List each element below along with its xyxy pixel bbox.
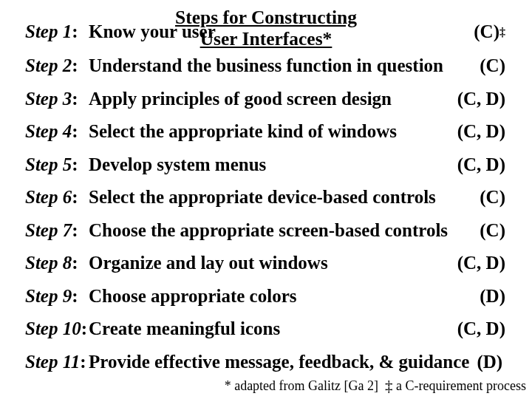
step-number: Step 10: xyxy=(25,319,89,338)
steps-list: Step 1: Know your user (C)‡ Step 2: Unde… xyxy=(25,22,525,385)
footnote-star: * adapted from Galitz [Ga 2] xyxy=(225,378,378,393)
step-number: Step 3: xyxy=(25,89,89,108)
slide: Steps for Constructing User Interfaces* … xyxy=(0,0,532,399)
step-row: Step 3: Apply principles of good screen … xyxy=(25,89,525,108)
step-number: Step 1: xyxy=(25,22,89,41)
step-row: Step 8: Organize and lay out windows (C,… xyxy=(25,253,525,272)
footnote-dagger-text: a C-requirement process xyxy=(393,378,526,393)
step-tag: (C)‡ xyxy=(474,22,525,41)
step-number: Step 11: xyxy=(25,352,89,371)
step-tag: (C, D) xyxy=(457,89,525,108)
step-number: Step 7: xyxy=(25,221,89,239)
step-row: Step 9: Choose appropriate colors (D) xyxy=(25,287,525,305)
step-text: Choose appropriate colors xyxy=(89,287,301,305)
step-row: Step 2: Understand the business function… xyxy=(25,56,525,75)
step-text: Understand the business function in ques… xyxy=(89,56,448,75)
step-text: Create meaningful icons xyxy=(89,319,284,338)
step-text: Apply principles of good screen design xyxy=(89,89,396,108)
step-text: Organize and lay out windows xyxy=(89,253,332,272)
step-text: Know your user xyxy=(89,22,220,41)
step-tag: (C, D) xyxy=(457,319,525,338)
step-number: Step 6: xyxy=(25,188,89,206)
footnote: * adapted from Galitz [Ga 2] ‡ a C-requi… xyxy=(225,376,526,395)
step-tag: (C) xyxy=(480,188,525,206)
step-tag: (C) xyxy=(480,56,525,75)
step-row: Step 7: Choose the appropriate screen-ba… xyxy=(25,221,525,239)
step-tag: (D) xyxy=(480,287,525,305)
step-text: Choose the appropriate screen-based cont… xyxy=(89,221,452,239)
step-text: Select the appropriate device-based cont… xyxy=(89,188,440,206)
step-tag: (C, D) xyxy=(457,155,525,174)
step-row: Step 4: Select the appropriate kind of w… xyxy=(25,122,525,140)
step-number: Step 8: xyxy=(25,253,89,272)
step-row: Step 10: Create meaningful icons (C, D) xyxy=(25,319,525,338)
step-number: Step 4: xyxy=(25,122,89,140)
step-number: Step 2: xyxy=(25,56,89,75)
step-number: Step 9: xyxy=(25,287,89,305)
footnote-dagger: ‡ xyxy=(385,377,393,395)
step-tag: (D) xyxy=(477,352,502,371)
step-text: Develop system menus xyxy=(89,155,270,174)
step-row: Step 6: Select the appropriate device-ba… xyxy=(25,188,525,206)
step-row: Step 5: Develop system menus (C, D) xyxy=(25,155,525,174)
step-text: Provide effective message, feedback, & g… xyxy=(89,352,474,371)
step-row: Step 11: Provide effective message, feed… xyxy=(25,352,525,371)
step-tag: (C) xyxy=(480,221,525,239)
step-row: Step 1: Know your user (C)‡ xyxy=(25,22,525,41)
step-text: Select the appropriate kind of windows xyxy=(89,122,401,140)
step-number: Step 5: xyxy=(25,155,89,174)
step-tag: (C, D) xyxy=(457,253,525,272)
step-tag: (C, D) xyxy=(457,122,525,140)
